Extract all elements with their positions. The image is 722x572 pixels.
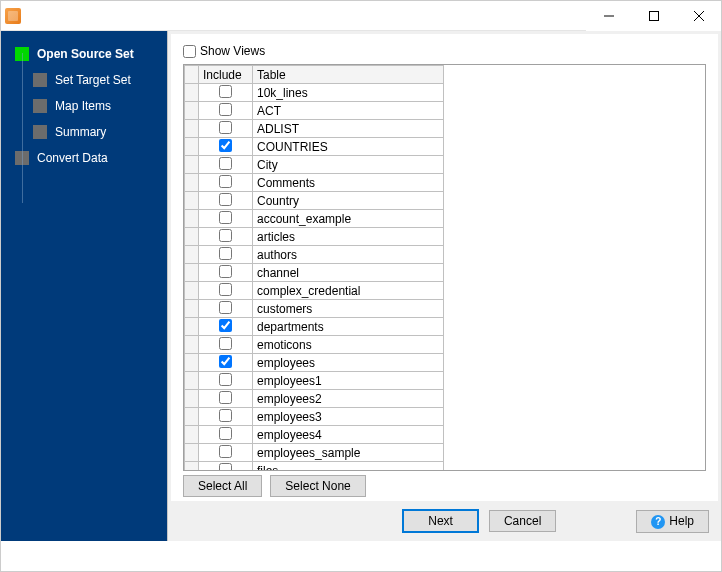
table-row[interactable]: employees: [185, 354, 444, 372]
include-cell[interactable]: [199, 156, 253, 174]
include-cell[interactable]: [199, 372, 253, 390]
col-header-include[interactable]: Include: [199, 66, 253, 84]
include-cell[interactable]: [199, 336, 253, 354]
row-handle[interactable]: [185, 228, 199, 246]
include-checkbox[interactable]: [219, 373, 232, 386]
row-handle[interactable]: [185, 264, 199, 282]
cancel-button[interactable]: Cancel: [489, 510, 556, 532]
include-checkbox[interactable]: [219, 427, 232, 440]
table-name-cell[interactable]: employees4: [253, 426, 444, 444]
table-name-cell[interactable]: City: [253, 156, 444, 174]
table-row[interactable]: articles: [185, 228, 444, 246]
include-checkbox[interactable]: [219, 463, 232, 472]
include-checkbox[interactable]: [219, 283, 232, 296]
row-handle[interactable]: [185, 318, 199, 336]
include-checkbox[interactable]: [219, 445, 232, 458]
row-handle[interactable]: [185, 336, 199, 354]
table-row[interactable]: employees1: [185, 372, 444, 390]
table-name-cell[interactable]: complex_credential: [253, 282, 444, 300]
row-handle[interactable]: [185, 192, 199, 210]
include-cell[interactable]: [199, 192, 253, 210]
row-handle[interactable]: [185, 156, 199, 174]
include-cell[interactable]: [199, 444, 253, 462]
include-checkbox[interactable]: [219, 391, 232, 404]
table-row[interactable]: employees_sample: [185, 444, 444, 462]
tables-grid[interactable]: Include Table 10k_linesACTADLISTCOUNTRIE…: [183, 64, 706, 471]
row-handle[interactable]: [185, 102, 199, 120]
row-handle[interactable]: [185, 462, 199, 472]
next-button[interactable]: Next: [402, 509, 479, 533]
table-row[interactable]: employees3: [185, 408, 444, 426]
include-checkbox[interactable]: [219, 247, 232, 260]
row-handle[interactable]: [185, 390, 199, 408]
wizard-step[interactable]: Open Source Set: [1, 41, 167, 67]
select-none-button[interactable]: Select None: [270, 475, 365, 497]
table-row[interactable]: Country: [185, 192, 444, 210]
row-handle[interactable]: [185, 300, 199, 318]
table-name-cell[interactable]: articles: [253, 228, 444, 246]
include-checkbox[interactable]: [219, 229, 232, 242]
include-cell[interactable]: [199, 300, 253, 318]
include-checkbox[interactable]: [219, 175, 232, 188]
include-cell[interactable]: [199, 426, 253, 444]
row-handle[interactable]: [185, 84, 199, 102]
table-row[interactable]: ADLIST: [185, 120, 444, 138]
table-name-cell[interactable]: employees2: [253, 390, 444, 408]
include-checkbox[interactable]: [219, 265, 232, 278]
table-row[interactable]: COUNTRIES: [185, 138, 444, 156]
table-row[interactable]: employees4: [185, 426, 444, 444]
include-checkbox[interactable]: [219, 409, 232, 422]
table-row[interactable]: Comments: [185, 174, 444, 192]
table-name-cell[interactable]: employees_sample: [253, 444, 444, 462]
include-cell[interactable]: [199, 174, 253, 192]
include-checkbox[interactable]: [219, 139, 232, 152]
table-row[interactable]: emoticons: [185, 336, 444, 354]
include-checkbox[interactable]: [219, 337, 232, 350]
table-name-cell[interactable]: ADLIST: [253, 120, 444, 138]
table-name-cell[interactable]: employees3: [253, 408, 444, 426]
row-handle[interactable]: [185, 174, 199, 192]
table-name-cell[interactable]: ACT: [253, 102, 444, 120]
row-handle[interactable]: [185, 282, 199, 300]
include-cell[interactable]: [199, 318, 253, 336]
table-name-cell[interactable]: customers: [253, 300, 444, 318]
row-handle[interactable]: [185, 246, 199, 264]
include-cell[interactable]: [199, 210, 253, 228]
row-handle[interactable]: [185, 426, 199, 444]
include-cell[interactable]: [199, 120, 253, 138]
row-handle[interactable]: [185, 408, 199, 426]
minimize-button[interactable]: [586, 1, 631, 31]
include-cell[interactable]: [199, 282, 253, 300]
row-handle[interactable]: [185, 444, 199, 462]
include-cell[interactable]: [199, 138, 253, 156]
include-checkbox[interactable]: [219, 85, 232, 98]
include-cell[interactable]: [199, 84, 253, 102]
show-views-checkbox[interactable]: [183, 45, 196, 58]
maximize-button[interactable]: [631, 1, 676, 31]
table-row[interactable]: account_example: [185, 210, 444, 228]
table-row[interactable]: complex_credential: [185, 282, 444, 300]
include-checkbox[interactable]: [219, 355, 232, 368]
table-name-cell[interactable]: 10k_lines: [253, 84, 444, 102]
table-row[interactable]: 10k_lines: [185, 84, 444, 102]
col-header-table[interactable]: Table: [253, 66, 444, 84]
table-name-cell[interactable]: emoticons: [253, 336, 444, 354]
table-name-cell[interactable]: Comments: [253, 174, 444, 192]
help-button[interactable]: ?Help: [636, 510, 709, 533]
row-handle[interactable]: [185, 354, 199, 372]
table-name-cell[interactable]: employees1: [253, 372, 444, 390]
table-name-cell[interactable]: authors: [253, 246, 444, 264]
table-row[interactable]: employees2: [185, 390, 444, 408]
row-handle[interactable]: [185, 138, 199, 156]
table-row[interactable]: departments: [185, 318, 444, 336]
table-row[interactable]: customers: [185, 300, 444, 318]
wizard-step[interactable]: Summary: [1, 119, 167, 145]
wizard-step[interactable]: Set Target Set: [1, 67, 167, 93]
table-name-cell[interactable]: departments: [253, 318, 444, 336]
table-row[interactable]: ACT: [185, 102, 444, 120]
table-row[interactable]: files: [185, 462, 444, 472]
include-cell[interactable]: [199, 408, 253, 426]
close-button[interactable]: [676, 1, 721, 31]
table-name-cell[interactable]: files: [253, 462, 444, 472]
include-checkbox[interactable]: [219, 319, 232, 332]
